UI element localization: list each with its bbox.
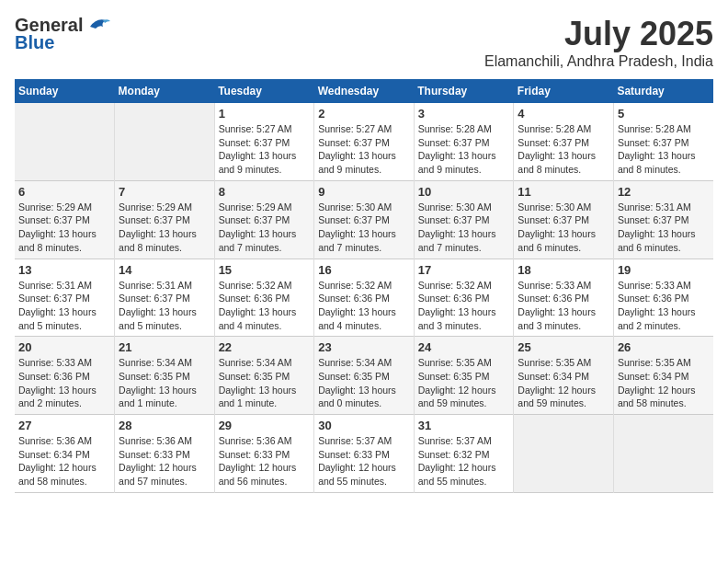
day-number: 9 [318, 185, 410, 199]
calendar-cell: 11Sunrise: 5:30 AM Sunset: 6:37 PM Dayli… [514, 180, 614, 259]
calendar-cell [115, 103, 215, 180]
day-number: 5 [618, 107, 710, 121]
day-number: 6 [18, 185, 110, 199]
day-info: Sunrise: 5:30 AM Sunset: 6:37 PM Dayligh… [318, 201, 410, 255]
day-number: 13 [18, 263, 110, 277]
calendar-week-row: 6Sunrise: 5:29 AM Sunset: 6:37 PM Daylig… [15, 180, 713, 259]
calendar-cell [15, 103, 115, 180]
day-info: Sunrise: 5:37 AM Sunset: 6:32 PM Dayligh… [418, 434, 510, 488]
title-area: July 2025 Elamanchili, Andhra Pradesh, I… [484, 15, 713, 70]
calendar-cell: 18Sunrise: 5:33 AM Sunset: 6:36 PM Dayli… [514, 259, 614, 337]
calendar-cell: 23Sunrise: 5:34 AM Sunset: 6:35 PM Dayli… [314, 337, 415, 415]
day-info: Sunrise: 5:32 AM Sunset: 6:36 PM Dayligh… [418, 279, 510, 333]
day-number: 20 [18, 340, 110, 354]
calendar-cell: 14Sunrise: 5:31 AM Sunset: 6:37 PM Dayli… [115, 259, 215, 337]
day-number: 19 [618, 263, 710, 277]
day-number: 18 [518, 263, 609, 277]
day-info: Sunrise: 5:30 AM Sunset: 6:37 PM Dayligh… [518, 201, 609, 255]
calendar-cell: 17Sunrise: 5:32 AM Sunset: 6:36 PM Dayli… [414, 259, 514, 337]
day-info: Sunrise: 5:35 AM Sunset: 6:35 PM Dayligh… [418, 356, 510, 410]
day-info: Sunrise: 5:29 AM Sunset: 6:37 PM Dayligh… [119, 201, 210, 255]
calendar-cell: 12Sunrise: 5:31 AM Sunset: 6:37 PM Dayli… [613, 180, 713, 259]
calendar-cell: 9Sunrise: 5:30 AM Sunset: 6:37 PM Daylig… [314, 180, 415, 259]
day-info: Sunrise: 5:35 AM Sunset: 6:34 PM Dayligh… [618, 356, 710, 410]
calendar-cell: 13Sunrise: 5:31 AM Sunset: 6:37 PM Dayli… [15, 259, 115, 337]
weekday-header-row: Sunday Monday Tuesday Wednesday Thursday… [15, 79, 713, 103]
day-info: Sunrise: 5:28 AM Sunset: 6:37 PM Dayligh… [418, 122, 510, 177]
calendar-cell [613, 415, 713, 493]
calendar-cell: 5Sunrise: 5:28 AM Sunset: 6:37 PM Daylig… [613, 103, 713, 180]
logo-bird-icon [83, 16, 110, 36]
logo: General Blue [15, 15, 110, 53]
header-sunday: Sunday [15, 79, 115, 103]
day-info: Sunrise: 5:36 AM Sunset: 6:34 PM Dayligh… [18, 434, 110, 488]
calendar-cell: 25Sunrise: 5:35 AM Sunset: 6:34 PM Dayli… [514, 337, 614, 415]
calendar-cell: 6Sunrise: 5:29 AM Sunset: 6:37 PM Daylig… [15, 180, 115, 259]
header-tuesday: Tuesday [214, 79, 314, 103]
calendar-cell: 27Sunrise: 5:36 AM Sunset: 6:34 PM Dayli… [15, 415, 115, 493]
day-info: Sunrise: 5:34 AM Sunset: 6:35 PM Dayligh… [119, 356, 210, 410]
day-number: 30 [318, 419, 410, 432]
day-info: Sunrise: 5:27 AM Sunset: 6:37 PM Dayligh… [318, 122, 410, 177]
header-wednesday: Wednesday [314, 79, 415, 103]
day-number: 4 [518, 107, 609, 121]
day-info: Sunrise: 5:28 AM Sunset: 6:37 PM Dayligh… [618, 122, 710, 177]
calendar-cell: 8Sunrise: 5:29 AM Sunset: 6:37 PM Daylig… [214, 180, 314, 259]
day-info: Sunrise: 5:29 AM Sunset: 6:37 PM Dayligh… [219, 201, 311, 255]
day-number: 29 [219, 419, 311, 432]
day-number: 7 [119, 185, 210, 199]
calendar-cell: 28Sunrise: 5:36 AM Sunset: 6:33 PM Dayli… [115, 415, 215, 493]
day-info: Sunrise: 5:30 AM Sunset: 6:37 PM Dayligh… [418, 201, 510, 255]
header-saturday: Saturday [613, 79, 713, 103]
calendar-cell: 30Sunrise: 5:37 AM Sunset: 6:33 PM Dayli… [314, 415, 415, 493]
calendar-cell: 29Sunrise: 5:36 AM Sunset: 6:33 PM Dayli… [214, 415, 314, 493]
day-number: 31 [418, 419, 510, 432]
day-number: 15 [219, 263, 311, 277]
calendar-cell: 1Sunrise: 5:27 AM Sunset: 6:37 PM Daylig… [214, 103, 314, 180]
day-info: Sunrise: 5:31 AM Sunset: 6:37 PM Dayligh… [119, 279, 210, 333]
day-info: Sunrise: 5:33 AM Sunset: 6:36 PM Dayligh… [518, 279, 609, 333]
calendar-cell: 2Sunrise: 5:27 AM Sunset: 6:37 PM Daylig… [314, 103, 415, 180]
calendar-cell: 3Sunrise: 5:28 AM Sunset: 6:37 PM Daylig… [414, 103, 514, 180]
calendar-cell: 31Sunrise: 5:37 AM Sunset: 6:32 PM Dayli… [414, 415, 514, 493]
header-monday: Monday [115, 79, 215, 103]
day-number: 16 [318, 263, 410, 277]
header-thursday: Thursday [414, 79, 514, 103]
calendar-week-row: 1Sunrise: 5:27 AM Sunset: 6:37 PM Daylig… [15, 103, 713, 180]
day-number: 2 [318, 107, 410, 121]
day-info: Sunrise: 5:31 AM Sunset: 6:37 PM Dayligh… [618, 201, 710, 255]
day-number: 22 [219, 340, 311, 354]
day-info: Sunrise: 5:37 AM Sunset: 6:33 PM Dayligh… [318, 434, 410, 488]
day-info: Sunrise: 5:36 AM Sunset: 6:33 PM Dayligh… [119, 434, 210, 488]
header-friday: Friday [514, 79, 614, 103]
day-info: Sunrise: 5:28 AM Sunset: 6:37 PM Dayligh… [518, 122, 609, 177]
calendar-cell: 19Sunrise: 5:33 AM Sunset: 6:36 PM Dayli… [613, 259, 713, 337]
day-number: 26 [618, 340, 710, 354]
day-number: 8 [219, 185, 311, 199]
calendar-cell: 24Sunrise: 5:35 AM Sunset: 6:35 PM Dayli… [414, 337, 514, 415]
day-number: 10 [418, 185, 510, 199]
page-header: General Blue July 2025 Elamanchili, Andh… [15, 15, 713, 70]
day-number: 23 [318, 340, 410, 354]
day-number: 11 [518, 185, 609, 199]
calendar-cell [514, 415, 614, 493]
day-info: Sunrise: 5:32 AM Sunset: 6:36 PM Dayligh… [219, 279, 311, 333]
calendar-cell: 26Sunrise: 5:35 AM Sunset: 6:34 PM Dayli… [613, 337, 713, 415]
day-info: Sunrise: 5:33 AM Sunset: 6:36 PM Dayligh… [18, 356, 110, 410]
calendar-cell: 4Sunrise: 5:28 AM Sunset: 6:37 PM Daylig… [514, 103, 614, 180]
day-number: 25 [518, 340, 609, 354]
day-number: 1 [219, 107, 311, 121]
page-subtitle: Elamanchili, Andhra Pradesh, India [484, 53, 713, 70]
day-number: 27 [18, 419, 110, 432]
calendar-cell: 21Sunrise: 5:34 AM Sunset: 6:35 PM Dayli… [115, 337, 215, 415]
day-info: Sunrise: 5:33 AM Sunset: 6:36 PM Dayligh… [618, 279, 710, 333]
calendar-week-row: 27Sunrise: 5:36 AM Sunset: 6:34 PM Dayli… [15, 415, 713, 493]
day-number: 12 [618, 185, 710, 199]
day-info: Sunrise: 5:35 AM Sunset: 6:34 PM Dayligh… [518, 356, 609, 410]
day-info: Sunrise: 5:36 AM Sunset: 6:33 PM Dayligh… [219, 434, 311, 488]
calendar-cell: 16Sunrise: 5:32 AM Sunset: 6:36 PM Dayli… [314, 259, 415, 337]
day-info: Sunrise: 5:32 AM Sunset: 6:36 PM Dayligh… [318, 279, 410, 333]
page-title: July 2025 [484, 15, 713, 53]
day-info: Sunrise: 5:29 AM Sunset: 6:37 PM Dayligh… [18, 201, 110, 255]
calendar-cell: 10Sunrise: 5:30 AM Sunset: 6:37 PM Dayli… [414, 180, 514, 259]
